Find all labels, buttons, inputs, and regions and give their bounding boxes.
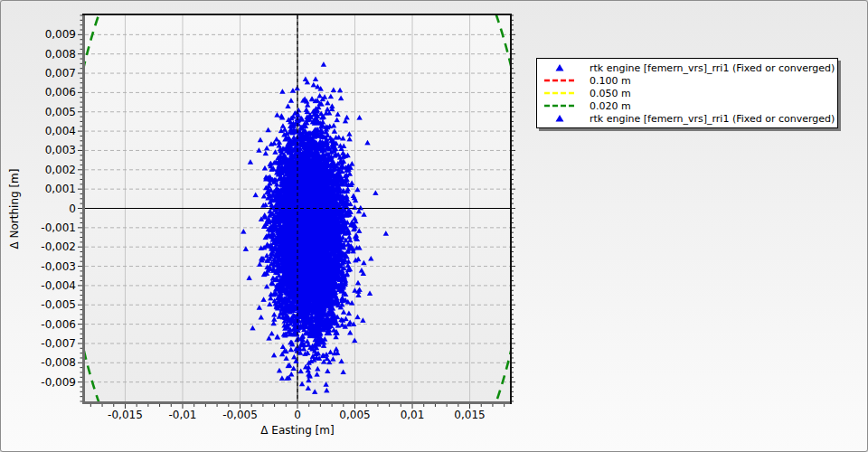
y-tick-label: 0 [69,202,76,215]
scatter-plot-area[interactable] [85,15,510,401]
y-tick-label: -0,004 [41,279,76,292]
y-tick-label: -0,005 [41,298,76,311]
legend-dashed-line-icon [541,89,579,98]
y-tick-label: 0,008 [45,48,76,61]
legend-item-label: 0.100 m [579,75,631,87]
legend-triangle-icon [541,114,579,123]
y-tick-label: 0,006 [45,86,76,99]
x-tick-label: -0,005 [222,409,258,421]
y-tick-label: 0,005 [45,106,76,118]
legend-item: 0.100 m [541,74,834,87]
y-tick-labels: 0,0090,0080,0070,0060,0050,0040,0030,002… [41,28,76,388]
legend-item-label: rtk engine [femern_vrs]_rri1 (Fixed or c… [579,113,835,125]
legend-item-label: 0.050 m [579,88,631,99]
y-tick-label: -0,009 [41,376,76,389]
y-tick-label: -0,007 [41,337,76,350]
y-tick-label: 0,004 [45,125,76,137]
x-tick-label: 0,005 [339,409,370,421]
y-tick-label: 0,003 [45,144,76,156]
y-tick-label: -0,008 [41,356,76,369]
legend-dashed-line-icon [541,101,579,110]
legend-dashed-line-icon [541,76,579,85]
x-tick-label: -0,015 [108,409,143,421]
chart-window: -0,015-0,01-0,00500,0050,010,0150,0090,0… [0,0,868,452]
y-tick-label: 0,001 [45,183,76,195]
x-axis-title: Δ Easting [m] [85,424,510,437]
legend: rtk engine [femern_vrs]_rri1 (Fixed or c… [536,58,838,128]
legend-item: 0.020 m [541,99,834,112]
legend-triangle-icon [541,63,579,72]
y-tick-label: 0,002 [45,164,76,176]
x-tick-label: 0 [294,409,301,421]
legend-item: rtk engine [femern_vrs]_rri1 (Fixed or c… [541,112,834,125]
x-tick-label: 0,01 [401,409,425,421]
legend-item-label: 0.020 m [579,100,631,112]
legend-item: 0.050 m [541,87,834,99]
x-tick-label: -0,01 [168,409,196,421]
y-tick-label: -0,001 [41,221,76,234]
y-tick-label: -0,006 [41,318,76,331]
legend-item-label: rtk engine [femern_vrs]_rri1 (Fixed or c… [579,62,835,74]
y-axis-title: Δ Northing [m] [8,150,21,268]
y-tick-label: -0,002 [41,240,76,253]
y-tick-label: -0,003 [41,260,76,273]
y-tick-label: 0,007 [45,67,76,80]
x-tick-labels: -0,015-0,01-0,00500,0050,010,015 [108,409,486,421]
legend-item: rtk engine [femern_vrs]_rri1 (Fixed or c… [541,61,834,74]
y-tick-label: 0,009 [45,28,76,41]
x-tick-label: 0,015 [454,409,485,421]
